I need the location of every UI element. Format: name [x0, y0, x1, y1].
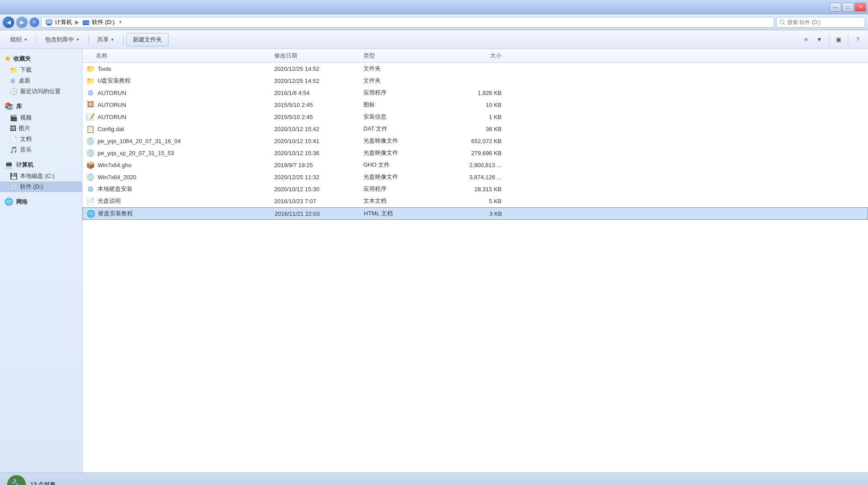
- help-button[interactable]: ?: [852, 35, 864, 45]
- file-size-cell: 2,900,813 ...: [444, 162, 510, 169]
- view-options-button[interactable]: ≡: [800, 35, 812, 45]
- view-dropdown-button[interactable]: ▼: [814, 35, 825, 45]
- network-icon: 🌐: [4, 197, 13, 206]
- sidebar-library-header[interactable]: 📚 库: [0, 100, 82, 112]
- file-name-cell: 📄 光盘说明: [82, 197, 274, 206]
- file-name-text: Config.dat: [98, 126, 124, 132]
- col-header-type[interactable]: 类型: [363, 52, 444, 60]
- col-header-date[interactable]: 修改日期: [274, 52, 363, 60]
- search-bar[interactable]: [776, 17, 865, 28]
- svg-point-6: [88, 23, 89, 24]
- sidebar-favorites-header[interactable]: ★ 收藏夹: [0, 53, 82, 65]
- refresh-button[interactable]: ↻: [29, 17, 39, 27]
- title-bar: — □ ✕: [0, 0, 868, 14]
- maximize-button[interactable]: □: [842, 3, 854, 12]
- table-row[interactable]: ⚙ 本地硬盘安装 2020/10/12 15:30 应用程序 28,315 KB: [82, 183, 868, 195]
- forward-button[interactable]: ▶: [16, 16, 28, 28]
- file-size-cell: 28,315 KB: [444, 186, 510, 193]
- main-layout: ★ 收藏夹 📁 下载 🖥 桌面 🕒 最近访问的位置 📚 库: [0, 49, 868, 473]
- sidebar-item-software-d[interactable]: 💿 软件 (D:): [0, 181, 82, 192]
- file-date-cell: 2019/9/7 19:25: [274, 162, 363, 169]
- search-icon: [779, 19, 786, 25]
- videos-label: 视频: [20, 114, 32, 122]
- file-name-text: pe_yqs_xp_20_07_31_15_53: [98, 150, 174, 156]
- file-size-cell: 1 KB: [444, 114, 510, 120]
- file-list: 📁 Tools 2020/12/25 14:52 文件夹 📁 U盘安装教程 20…: [82, 63, 868, 220]
- breadcrumb-drive[interactable]: 软件 (D:): [92, 18, 115, 26]
- minimize-button[interactable]: —: [830, 3, 841, 12]
- table-row[interactable]: 📁 Tools 2020/12/25 14:52 文件夹: [82, 63, 868, 75]
- close-button[interactable]: ✕: [855, 3, 866, 12]
- toolbar-divider-1: [36, 34, 37, 45]
- table-row[interactable]: 📄 光盘说明 2016/10/23 7:07 文本文档 5 KB: [82, 195, 868, 207]
- file-name-text: AUTORUN: [98, 114, 126, 120]
- file-date-cell: 2020/12/25 14:52: [274, 66, 363, 72]
- include-library-button[interactable]: 包含到库中 ▼: [39, 33, 86, 46]
- sidebar-item-videos[interactable]: 🎬 视频: [0, 112, 82, 123]
- file-name-cell: 🖼 AUTORUN: [82, 100, 274, 109]
- table-row[interactable]: 📁 U盘安装教程 2020/12/25 14:52 文件夹: [82, 75, 868, 87]
- toolbar-divider-5: [848, 34, 848, 45]
- sidebar-network-section: 🌐 网络: [0, 196, 82, 208]
- back-button[interactable]: ◀: [3, 16, 14, 28]
- file-name-cell: 🌐 硬盘安装教程: [83, 209, 275, 218]
- sidebar-item-music[interactable]: 🎵 音乐: [0, 144, 82, 155]
- file-name-cell: 💿 Win7x64_2020: [82, 173, 274, 181]
- table-row[interactable]: 🖼 AUTORUN 2015/5/10 2:45 图标 10 KB: [82, 99, 868, 111]
- breadcrumb-sep: ▶: [75, 19, 79, 25]
- file-name-text: U盘安装教程: [98, 77, 131, 85]
- file-type-cell: GHO 文件: [363, 161, 444, 169]
- file-icon: 🖼: [86, 100, 95, 109]
- table-row[interactable]: 📦 Win7x64.gho 2019/9/7 19:25 GHO 文件 2,90…: [82, 159, 868, 171]
- new-folder-button[interactable]: 新建文件夹: [126, 33, 169, 46]
- favorites-label: 收藏夹: [13, 55, 31, 63]
- file-type-cell: DAT 文件: [363, 125, 444, 133]
- software-d-icon: 💿: [10, 183, 17, 190]
- downloads-label: 下载: [20, 66, 32, 74]
- organize-button[interactable]: 组织 ▼: [4, 33, 33, 46]
- file-name-text: AUTORUN: [98, 90, 126, 96]
- organize-arrow: ▼: [24, 37, 28, 42]
- file-type-cell: 光盘映像文件: [363, 149, 444, 157]
- docs-label: 文档: [20, 135, 32, 143]
- sidebar-computer-header[interactable]: 💻 计算机: [0, 159, 82, 171]
- table-row[interactable]: 💿 pe_yqs_1064_20_07_31_16_04 2020/10/12 …: [82, 135, 868, 147]
- sidebar-item-downloads[interactable]: 📁 下载: [0, 65, 82, 75]
- sidebar-item-docs[interactable]: 📄 文档: [0, 134, 82, 144]
- favorites-icon: ★: [4, 54, 11, 63]
- file-size-cell: 652,072 KB: [444, 138, 510, 144]
- share-button[interactable]: 共享 ▼: [91, 33, 120, 46]
- sidebar-network-header[interactable]: 🌐 网络: [0, 196, 82, 208]
- file-size-cell: 36 KB: [444, 126, 510, 132]
- table-row[interactable]: ⚙ AUTORUN 2016/1/8 4:54 应用程序 1,926 KB: [82, 87, 868, 99]
- breadcrumb-computer[interactable]: 计算机: [55, 18, 72, 26]
- sidebar-item-pictures[interactable]: 🖼 图片: [0, 123, 82, 134]
- svg-point-7: [780, 20, 784, 24]
- recent-label: 最近访问的位置: [20, 87, 61, 95]
- breadcrumb-dropdown[interactable]: ▼: [118, 20, 123, 25]
- preview-pane-button[interactable]: ▣: [833, 35, 844, 45]
- col-header-name[interactable]: 名称: [82, 52, 274, 60]
- file-type-cell: 光盘映像文件: [363, 173, 444, 181]
- sidebar-item-local-c[interactable]: 💾 本地磁盘 (C:): [0, 171, 82, 181]
- music-icon: 🎵: [10, 146, 17, 153]
- sidebar-item-recent[interactable]: 🕒 最近访问的位置: [0, 86, 82, 97]
- file-date-cell: 2020/12/25 11:32: [274, 174, 363, 181]
- file-name-cell: 📁 U盘安装教程: [82, 76, 274, 85]
- col-header-size[interactable]: 大小: [444, 52, 510, 60]
- table-row[interactable]: 💿 Win7x64_2020 2020/12/25 11:32 光盘映像文件 3…: [82, 171, 868, 183]
- file-type-cell: 光盘映像文件: [363, 137, 444, 145]
- file-icon: ⚙: [86, 88, 95, 97]
- table-row[interactable]: 📋 Config.dat 2020/10/12 15:42 DAT 文件 36 …: [82, 123, 868, 135]
- sidebar-item-desktop[interactable]: 🖥 桌面: [0, 75, 82, 86]
- file-name-text: Tools: [98, 66, 111, 72]
- file-date-cell: 2016/11/21 22:03: [275, 210, 364, 217]
- table-row[interactable]: 💿 pe_yqs_xp_20_07_31_15_53 2020/10/12 15…: [82, 147, 868, 159]
- table-row[interactable]: 📝 AUTORUN 2015/5/10 2:45 安装信息 1 KB: [82, 111, 868, 123]
- file-icon: 💿: [86, 148, 95, 157]
- music-label: 音乐: [20, 146, 32, 154]
- search-input[interactable]: [787, 19, 862, 25]
- file-date-cell: 2020/12/25 14:52: [274, 78, 363, 84]
- table-row[interactable]: 🌐 硬盘安装教程 2016/11/21 22:03 HTML 文档 3 KB: [82, 207, 868, 220]
- address-bar: ◀ ▶ ↻ 计算机 ▶ 软件 (D:) ▼: [0, 14, 868, 30]
